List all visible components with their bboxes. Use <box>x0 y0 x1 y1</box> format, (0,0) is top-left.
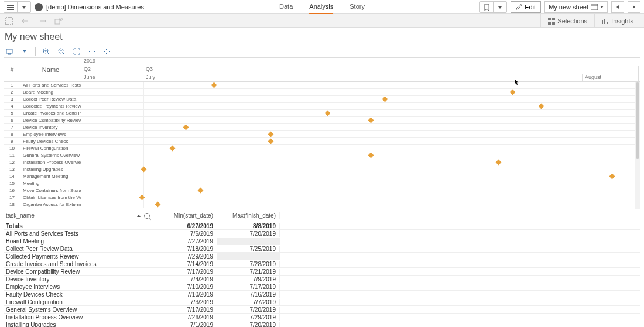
table-row[interactable]: General Systems Overview7/17/20197/20/20… <box>4 306 640 314</box>
next-sheet-button[interactable] <box>628 1 640 13</box>
gantt-body[interactable] <box>81 82 640 208</box>
insights-button[interactable]: Insights <box>594 14 640 28</box>
milestone-marker[interactable] <box>155 202 161 208</box>
gantt-body-row[interactable] <box>81 187 640 194</box>
gantt-row[interactable]: 2Board Meeting <box>4 89 81 96</box>
gantt-body-row[interactable] <box>81 180 640 187</box>
gantt-row[interactable]: 17Obtain Licenses from the Vendor <box>4 194 81 201</box>
collapse-button[interactable] <box>87 47 97 56</box>
table-row[interactable]: Installing Upgrades7/1/20197/20/2019 <box>4 321 640 327</box>
table-row[interactable]: Collected Payments Review7/29/2019- <box>4 253 640 260</box>
gantt-body-row[interactable] <box>81 166 640 173</box>
step-forward-button[interactable] <box>36 15 48 27</box>
col-max-finish[interactable]: Max(finish_date) <box>217 212 280 219</box>
gantt-body-row[interactable] <box>81 117 640 124</box>
gantt-row[interactable]: 16Move Containers from Storage Facility <box>4 187 81 194</box>
clear-selections-button[interactable] <box>53 15 64 27</box>
gantt-row[interactable]: 11General Systems Overview <box>4 152 81 159</box>
gantt-body-row[interactable] <box>81 110 640 117</box>
gantt-row[interactable]: 7Device Inventory <box>4 124 81 131</box>
table-row[interactable]: Device Compatibility Review7/17/20197/21… <box>4 268 640 276</box>
gantt-body-row[interactable] <box>81 159 640 166</box>
table-row[interactable]: Employee Interviews7/10/20197/17/2019 <box>4 283 640 291</box>
smart-search-button[interactable] <box>4 15 15 27</box>
export-button[interactable] <box>5 47 14 56</box>
menu-dropdown-button[interactable] <box>18 2 30 13</box>
gantt-body-row[interactable] <box>81 145 640 152</box>
gantt-body-row[interactable] <box>81 138 640 145</box>
milestone-marker[interactable] <box>609 174 615 180</box>
col-min-start[interactable]: Min(start_date) <box>153 212 217 219</box>
gantt-body-row[interactable] <box>81 103 640 110</box>
gantt-row[interactable]: 12Installation Process Overview <box>4 159 81 166</box>
gantt-body-row[interactable] <box>81 173 640 180</box>
gantt-row[interactable]: 4Collected Payments Review <box>4 103 81 110</box>
search-icon[interactable] <box>144 213 150 219</box>
table-row[interactable]: Device Inventory7/4/20197/9/2019 <box>4 276 640 283</box>
gantt-body-row[interactable] <box>81 82 640 89</box>
export-dropdown[interactable] <box>20 47 29 56</box>
table-row[interactable]: All Ports and Services Tests7/6/20197/20… <box>4 230 640 237</box>
gantt-body-row[interactable] <box>81 131 640 138</box>
gantt-row[interactable]: 8Employee Interviews <box>4 131 81 138</box>
table-row[interactable]: Firewall Configuration7/3/20197/7/2019 <box>4 298 640 306</box>
gantt-body-row[interactable] <box>81 124 640 131</box>
hamburger-menu-button[interactable] <box>4 2 17 13</box>
gantt-row[interactable]: 5Create Invoices and Send Invoices <box>4 110 81 117</box>
step-back-button[interactable] <box>20 15 32 27</box>
gantt-body-row[interactable] <box>81 201 640 208</box>
gantt-body-row[interactable] <box>81 152 640 159</box>
table-row[interactable]: Installation Process Overview7/26/20197/… <box>4 314 640 321</box>
milestone-marker[interactable] <box>183 125 189 130</box>
milestone-marker[interactable] <box>141 167 147 173</box>
table-row[interactable]: Collect Peer Review Data7/18/20197/25/20… <box>4 245 640 253</box>
gantt-row[interactable]: 1All Ports and Services Tests <box>4 82 81 89</box>
scrollbar-thumb[interactable] <box>636 82 639 159</box>
gantt-row[interactable]: 15Meeting <box>4 180 81 187</box>
table-row[interactable]: Faulty Devices Check7/10/20197/16/2019 <box>4 291 640 298</box>
table-row[interactable]: Board Meeting7/27/2019- <box>4 237 640 245</box>
milestone-marker[interactable] <box>382 97 388 102</box>
nav-analysis[interactable]: Analysis <box>309 0 333 14</box>
selections-tool-button[interactable]: Selections <box>540 14 594 28</box>
zoom-in-button[interactable] <box>42 47 51 56</box>
milestone-marker[interactable] <box>510 90 516 95</box>
zoom-fit-button[interactable] <box>72 47 81 56</box>
milestone-marker[interactable] <box>368 153 374 159</box>
milestone-marker[interactable] <box>139 195 145 201</box>
milestone-marker[interactable] <box>268 132 274 137</box>
milestone-marker[interactable] <box>170 146 176 152</box>
gantt-row[interactable]: 10Firewall Configuration <box>4 145 81 152</box>
gantt-timeline[interactable]: 2019 Q2Q3 JuneJulyAugust <box>81 58 640 209</box>
milestone-marker[interactable] <box>496 160 502 166</box>
zoom-out-button[interactable] <box>57 47 66 56</box>
milestone-marker[interactable] <box>539 104 544 109</box>
milestone-marker[interactable] <box>368 118 374 123</box>
bookmark-button[interactable] <box>480 2 493 13</box>
bookmark-dropdown-button[interactable] <box>494 2 506 13</box>
expand-button[interactable] <box>102 47 112 56</box>
gantt-body-row[interactable] <box>81 89 640 96</box>
gantt-row[interactable]: 9Faulty Devices Check <box>4 138 81 145</box>
gantt-chart[interactable]: # Name 1All Ports and Services Tests2Boa… <box>4 57 640 209</box>
sort-asc-icon <box>137 215 141 217</box>
nav-data[interactable]: Data <box>279 0 293 14</box>
table-row[interactable]: Create Invoices and Send Invoices7/14/20… <box>4 260 640 268</box>
gantt-row[interactable]: 14Management Meeting <box>4 173 81 180</box>
col-task-name[interactable]: task_name <box>4 212 153 219</box>
milestone-marker[interactable] <box>325 111 331 116</box>
gantt-row[interactable]: 6Device Compatibility Review <box>4 117 81 124</box>
gantt-vertical-scrollbar[interactable] <box>635 82 640 209</box>
gantt-body-row[interactable] <box>81 96 640 103</box>
gantt-row[interactable]: 3Collect Peer Review Data <box>4 96 81 103</box>
gantt-row[interactable]: 18Organize Access for External Audit Tea <box>4 201 81 208</box>
sheet-selector[interactable]: My new sheet <box>544 1 608 13</box>
milestone-marker[interactable] <box>211 82 217 88</box>
edit-button[interactable]: Edit <box>511 1 541 13</box>
milestone-marker[interactable] <box>268 139 274 144</box>
milestone-marker[interactable] <box>198 188 204 194</box>
prev-sheet-button[interactable] <box>611 1 624 13</box>
nav-story[interactable]: Story <box>350 0 365 14</box>
gantt-body-row[interactable] <box>81 194 640 201</box>
gantt-row[interactable]: 13Installing Upgrades <box>4 166 81 173</box>
